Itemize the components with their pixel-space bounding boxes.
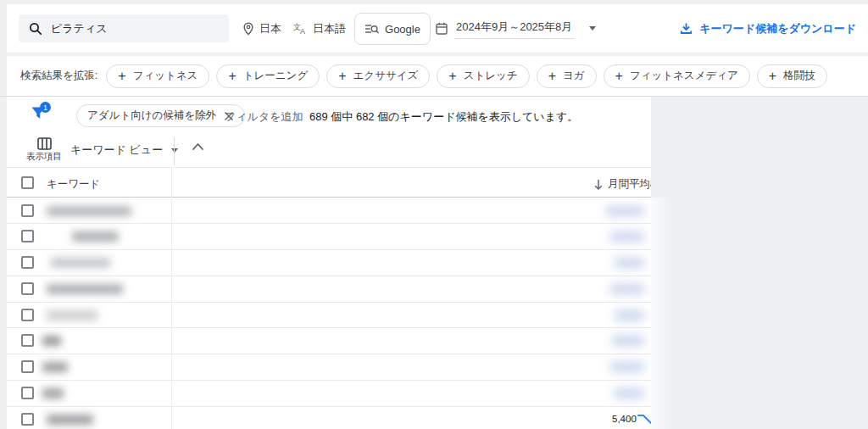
redacted-volume [610,362,644,372]
table-row [7,276,651,303]
download-label: キーワード候補をダウンロード [699,21,856,36]
redacted-keyword [42,388,64,398]
search-icon [29,22,42,36]
plus-icon: + [228,70,236,83]
volume-column-header[interactable]: 月間平均検索 [593,177,651,192]
top-bar: ピラティス 日本 文A 日本語 Google 2024年9月～2025年8月 キ… [7,4,868,53]
filter-count-badge: 1 [40,102,51,113]
redacted-keyword [72,231,119,242]
keyword-table-body: 5,400 [7,198,651,429]
chevron-up-icon [192,142,204,151]
translate-icon: 文A [293,22,308,36]
chevron-down-icon [171,148,178,153]
active-filter-label: アダルト向けの候補を除外 [87,109,216,123]
expand-chip[interactable]: +エクササイズ [326,64,430,88]
view-selector[interactable]: キーワード ビュー [70,142,178,158]
redacted-keyword [47,206,131,216]
volume-value: 5,400 [612,414,637,424]
expand-chip[interactable]: +フィットネスメディア [604,64,750,88]
results-panel: 1 アダルト向けの候補を除外 フィルタを追加 689 個中 682 個のキーワー… [7,97,651,429]
date-range-selector[interactable]: 2024年9月～2025年8月 [436,4,596,53]
redacted-volume [615,310,644,320]
sort-descending-icon [593,179,604,191]
row-checkbox[interactable] [21,282,34,295]
expand-chips: +フィットネス+トレーニング+エクササイズ+ストレッチ+ヨガ+フィットネスメディ… [106,64,833,88]
plus-icon: + [769,70,776,83]
network-selector[interactable]: Google [354,13,431,45]
svg-text:A: A [300,27,305,36]
row-checkbox[interactable] [21,334,34,347]
table-row [7,198,651,225]
expand-chip-label: エクササイズ [353,69,419,83]
search-network-icon [364,23,379,35]
view-selector-label: キーワード ビュー [70,142,163,158]
columns-icon [37,137,52,150]
expand-suggestions-bar: 検索結果を拡張: +フィットネス+トレーニング+エクササイズ+ストレッチ+ヨガ+… [7,56,868,96]
plus-icon: + [338,70,346,83]
search-value: ピラティス [51,21,108,36]
search-input[interactable]: ピラティス [19,14,229,42]
expand-chip-label: ストレッチ [464,69,518,83]
collapse-chart-button[interactable] [192,142,204,151]
column-divider [171,167,172,429]
keyword-column-header[interactable]: キーワード [47,177,100,192]
row-checkbox[interactable] [21,230,34,242]
redacted-keyword [47,415,93,425]
active-filter-chip[interactable]: アダルト向けの候補を除外 [76,104,245,127]
redacted-volume [610,284,644,294]
plus-icon: + [615,70,623,83]
redacted-volume [615,258,644,268]
filter-bar: 1 アダルト向けの候補を除外 フィルタを追加 689 個中 682 個のキーワー… [7,97,651,136]
network-label: Google [385,23,420,36]
expand-chip-label: 格闘技 [783,69,815,83]
table-row [7,354,651,381]
redacted-keyword [42,336,61,346]
expand-chip[interactable]: +フィットネス [106,64,209,88]
add-filter-button[interactable]: フィルタを追加 [225,109,303,125]
row-checkbox[interactable] [21,413,34,426]
date-range-value: 2024年9月～2025年8月 [454,18,574,39]
redacted-volume [612,336,644,346]
volume-header-label: 月間平均検索 [608,177,651,192]
row-checkbox[interactable] [21,256,34,269]
location-pin-icon [242,22,254,36]
row-checkbox[interactable] [21,309,34,321]
redacted-keyword [42,362,68,372]
plus-icon: + [448,70,456,83]
calendar-icon [436,22,448,35]
location-label: 日本 [259,21,281,36]
expand-chip-label: フィットネスメディア [630,69,738,83]
results-summary: 689 個中 682 個のキーワード候補を表示しています。 [309,109,578,125]
expand-chip[interactable]: +ストレッチ [437,64,529,88]
expand-chip-label: フィットネス [133,69,198,83]
expand-chip-label: ヨガ [563,69,585,83]
select-all-checkbox[interactable] [21,176,34,189]
redacted-volume [606,206,644,216]
table-toolbar: 表示項目 キーワード ビュー [7,136,651,167]
language-selector[interactable]: 文A 日本語 [293,4,346,53]
chevron-down-icon [589,26,596,31]
expand-chip[interactable]: +トレーニング [216,64,320,88]
plus-icon: + [548,70,556,83]
columns-button[interactable]: 表示項目 [19,137,70,163]
row-checkbox[interactable] [21,387,34,399]
redacted-volume [614,388,644,398]
redacted-volume [610,231,644,242]
expand-label: 検索結果を拡張: [20,69,97,83]
row-checkbox[interactable] [21,204,34,217]
location-selector[interactable]: 日本 [242,4,281,53]
table-row [7,224,651,250]
expand-chip[interactable]: +ヨガ [537,64,597,88]
expand-chip[interactable]: +格闘技 [757,64,827,88]
download-keywords-button[interactable]: キーワード候補をダウンロード [680,4,856,53]
filter-button[interactable]: 1 [31,106,49,126]
table-header: キーワード 月間平均検索 [7,167,651,198]
table-row [7,250,651,276]
download-icon [680,22,693,35]
redacted-keyword [47,310,97,320]
table-row [7,328,651,354]
row-checkbox[interactable] [21,360,34,373]
table-row [7,381,651,407]
table-row [7,303,651,329]
expand-chip-label: トレーニング [243,69,308,83]
